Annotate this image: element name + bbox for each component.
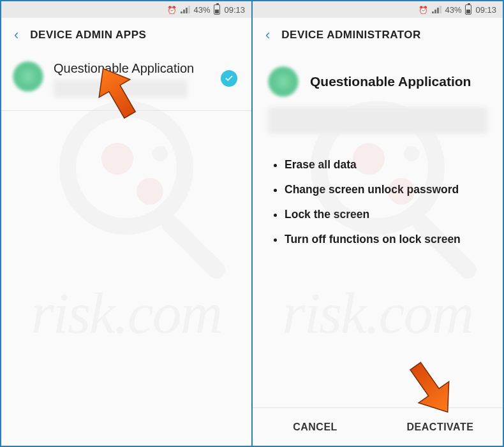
- status-bar: 43% 09:13: [253, 1, 503, 18]
- page-title: DEVICE ADMIN APPS: [30, 29, 146, 41]
- battery-text: 43%: [445, 5, 461, 15]
- app-subtitle-blurred: [54, 80, 188, 98]
- permissions-list: Erase all data Change screen unlock pass…: [253, 139, 503, 246]
- watermark-text: risk.com: [283, 279, 473, 347]
- app-name-label: Questionable Application: [54, 61, 240, 76]
- description-blurred: [268, 107, 487, 134]
- app-list-item[interactable]: Questionable Application: [1, 52, 251, 111]
- header: ‹ DEVICE ADMIN APPS: [1, 18, 251, 52]
- permission-item: Erase all data: [285, 158, 487, 172]
- permission-item: Lock the screen: [285, 208, 487, 221]
- battery-text: 43%: [193, 5, 210, 15]
- watermark-text: risk.com: [31, 279, 221, 347]
- back-icon[interactable]: ‹: [265, 27, 270, 43]
- clock-text: 09:13: [475, 5, 496, 15]
- alarm-icon: [167, 5, 177, 15]
- app-icon: [13, 61, 43, 92]
- app-name-label: Questionable Application: [310, 74, 471, 89]
- header: ‹ DEVICE ADMINISTRATOR: [253, 18, 503, 52]
- cancel-button[interactable]: CANCEL: [253, 408, 378, 446]
- battery-icon: [214, 4, 220, 15]
- clock-text: 09:13: [224, 5, 245, 15]
- screen-device-admin-apps: risk.com 43% 09:13 ‹ DEVICE ADMIN APPS Q…: [1, 1, 253, 446]
- bottom-action-bar: CANCEL DEACTIVATE: [253, 407, 503, 446]
- checkmark-icon[interactable]: [221, 70, 237, 87]
- alarm-icon: [419, 5, 428, 15]
- app-header-row: Questionable Application: [253, 52, 503, 103]
- battery-icon: [465, 4, 471, 15]
- page-title: DEVICE ADMINISTRATOR: [281, 29, 420, 41]
- screen-device-administrator: risk.com 43% 09:13 ‹ DEVICE ADMINISTRATO…: [253, 1, 503, 446]
- back-icon[interactable]: ‹: [14, 27, 19, 43]
- app-icon: [268, 66, 299, 97]
- status-bar: 43% 09:13: [1, 1, 251, 18]
- signal-icon: [432, 6, 441, 13]
- deactivate-button[interactable]: DEACTIVATE: [378, 408, 503, 446]
- signal-icon: [181, 6, 189, 13]
- permission-item: Turn off functions on lock screen: [285, 233, 487, 246]
- permission-item: Change screen unlock password: [285, 183, 487, 196]
